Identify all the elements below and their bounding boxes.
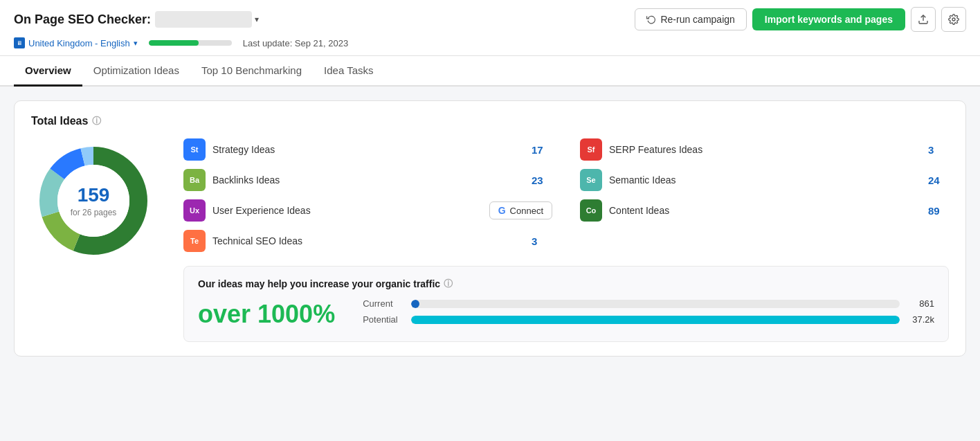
- backlinks-badge: Ba: [183, 169, 206, 191]
- export-icon: [918, 14, 929, 25]
- card-body: 159 for 26 pages St Strategy Ideas 17 Sf…: [31, 138, 949, 342]
- serp-count: 3: [928, 144, 949, 156]
- locale-selector[interactable]: 🖥 United Kingdom - English ▾: [14, 37, 138, 48]
- current-bar-dot: [411, 300, 419, 308]
- settings-button[interactable]: [941, 7, 966, 32]
- tab-optimization-ideas[interactable]: Optimization Ideas: [82, 56, 190, 87]
- strategy-label: Strategy Ideas: [212, 144, 525, 155]
- import-label: Import keywords and pages: [765, 14, 893, 25]
- ux-badge: Ux: [183, 199, 206, 222]
- header-actions: Re-run campaign Import keywords and page…: [635, 7, 966, 32]
- potential-bar-row: Potential 37.2k: [363, 314, 934, 325]
- rerun-label: Re-run campaign: [660, 14, 734, 25]
- tab-overview[interactable]: Overview: [14, 56, 82, 87]
- semantic-count: 24: [928, 174, 949, 186]
- semantic-label: Semantic Ideas: [609, 174, 921, 186]
- last-update: Last update: Sep 21, 2023: [243, 38, 349, 48]
- ux-label: User Experience Ideas: [212, 205, 482, 216]
- chevron-down-icon: ▾: [255, 15, 259, 24]
- idea-row-backlinks[interactable]: Ba Backlinks Ideas 23: [183, 169, 552, 191]
- backlinks-count: 23: [532, 174, 552, 186]
- potential-bar-fill: [411, 316, 900, 324]
- backlinks-label: Backlinks Ideas: [212, 174, 525, 186]
- technical-label: Technical SEO Ideas: [212, 235, 525, 246]
- total-count: 159: [71, 184, 117, 206]
- potential-value: 37.2k: [907, 314, 934, 325]
- traffic-info-icon[interactable]: ⓘ: [444, 278, 453, 290]
- idea-row-serp[interactable]: Sf SERP Features Ideas 3: [580, 138, 949, 161]
- donut-center: 159 for 26 pages: [71, 184, 117, 217]
- technical-count: 3: [532, 235, 552, 247]
- potential-bar-track: [411, 316, 900, 324]
- total-ideas-card: Total Ideas ⓘ: [14, 100, 966, 357]
- traffic-title-text: Our ideas may help you increase your org…: [198, 278, 440, 289]
- ideas-grid: St Strategy Ideas 17 Sf SERP Features Id…: [183, 138, 949, 252]
- current-bar-row: Current 861: [363, 298, 934, 309]
- gear-icon: [948, 14, 959, 25]
- google-g-icon: G: [498, 205, 506, 216]
- current-label: Current: [363, 298, 404, 309]
- connect-label: Connect: [510, 206, 543, 216]
- content-badge: Co: [580, 199, 602, 222]
- tab-top10-benchmarking[interactable]: Top 10 Benchmarking: [190, 56, 313, 87]
- donut-sub: for 26 pages: [71, 208, 117, 217]
- content-label: Content Ideas: [609, 205, 921, 216]
- traffic-box: Our ideas may help you increase your org…: [183, 266, 949, 342]
- serp-label: SERP Features Ideas: [609, 144, 921, 155]
- info-icon[interactable]: ⓘ: [92, 115, 101, 127]
- ideas-section: St Strategy Ideas 17 Sf SERP Features Id…: [183, 138, 949, 342]
- potential-label: Potential: [363, 314, 404, 325]
- idea-row-ux[interactable]: Ux User Experience Ideas G Connect: [183, 199, 552, 222]
- rerun-button[interactable]: Re-run campaign: [635, 8, 746, 30]
- serp-badge: Sf: [580, 138, 602, 161]
- current-value: 861: [907, 298, 934, 309]
- export-button[interactable]: [911, 7, 936, 32]
- progress-fill: [149, 40, 199, 46]
- card-title: Total Ideas ⓘ: [31, 115, 949, 127]
- idea-row-content[interactable]: Co Content Ideas 89: [580, 199, 949, 222]
- campaign-dropdown[interactable]: ▾: [155, 11, 259, 28]
- import-button[interactable]: Import keywords and pages: [752, 8, 905, 30]
- svg-point-1: [952, 18, 955, 21]
- campaign-name: [155, 11, 252, 28]
- nav-tabs: Overview Optimization Ideas Top 10 Bench…: [0, 56, 980, 87]
- main-content: Total Ideas ⓘ: [0, 87, 980, 370]
- rerun-icon: [646, 15, 656, 24]
- tab-idea-tasks[interactable]: Idea Tasks: [313, 56, 384, 87]
- idea-row-technical[interactable]: Te Technical SEO Ideas 3: [183, 230, 552, 252]
- current-bar-track: [411, 300, 900, 308]
- google-connect-button[interactable]: G Connect: [489, 201, 552, 219]
- content-count: 89: [928, 205, 949, 217]
- strategy-badge: St: [183, 138, 206, 161]
- traffic-main: over 1000% Current 861 Potential: [198, 298, 934, 330]
- traffic-title: Our ideas may help you increase your org…: [198, 278, 934, 290]
- technical-badge: Te: [183, 230, 206, 252]
- over-text: over 1000%: [198, 300, 335, 329]
- semantic-badge: Se: [580, 169, 602, 191]
- donut-chart: 159 for 26 pages: [31, 138, 156, 263]
- bars-section: Current 861 Potential: [363, 298, 934, 330]
- sub-header: 🖥 United Kingdom - English ▾ Last update…: [14, 37, 966, 55]
- idea-row-semantic[interactable]: Se Semantic Ideas 24: [580, 169, 949, 191]
- monitor-icon: 🖥: [14, 37, 25, 48]
- page-title: On Page SEO Checker:: [14, 12, 151, 27]
- strategy-count: 17: [532, 144, 552, 156]
- locale-chevron-icon: ▾: [134, 39, 138, 48]
- idea-row-strategy[interactable]: St Strategy Ideas 17: [183, 138, 552, 161]
- total-ideas-label: Total Ideas: [31, 115, 88, 127]
- locale-label: United Kingdom - English: [28, 38, 130, 48]
- progress-bar: [149, 40, 232, 46]
